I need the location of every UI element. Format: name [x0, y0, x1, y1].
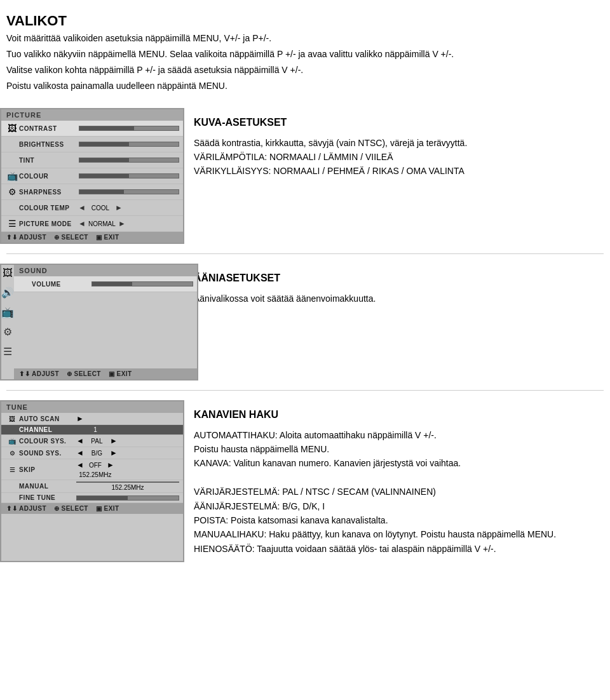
manual-bar [76, 481, 179, 483]
auto-scan-icon: 🖼 [5, 415, 19, 422]
header-line-1: Voit määrittää valikoiden asetuksia näpp… [6, 32, 597, 45]
page: VALIKOT Voit määrittää valikoiden asetuk… [0, 0, 610, 575]
menu-sidebar-icon[interactable]: ☰ [3, 346, 12, 358]
contrast-bar [79, 126, 179, 131]
colour-temp-left-arrow[interactable]: ◄ [76, 203, 88, 212]
channel-row[interactable]: CHANNEL 1 [1, 425, 183, 435]
picture-mode-value: NORMAL [88, 220, 116, 227]
manual-controls: 152.25MHz [76, 481, 179, 491]
brightness-row[interactable]: BRIGHTNESS [1, 137, 183, 152]
sound-side-icons: 🖼 🔊 📺 ⚙ ☰ [0, 264, 14, 380]
colour-sys-value: PAL [86, 438, 108, 445]
skip-right-arrow[interactable]: ► [107, 461, 114, 469]
picture-mode-right-arrow[interactable]: ► [116, 219, 128, 228]
picture-mode-left-arrow[interactable]: ◄ [76, 219, 88, 228]
sound-sys-label: SOUND SYS. [19, 450, 76, 457]
colour-sys-row[interactable]: 📺 COLOUR SYS. ◄ PAL ► [1, 435, 183, 447]
tune-row: TUNE 🖼 AUTO SCAN ► CHANNEL 1 📺 COLOUR SY… [0, 400, 610, 562]
sharpness-bar [79, 189, 179, 194]
sound-sidebar-icon[interactable]: 🔊 [1, 286, 14, 299]
contrast-row[interactable]: 🖼 CONTRAST [1, 121, 183, 137]
tune-section-text: AUTOMAATTIHAKU: Aloita automaattihaku nä… [194, 428, 600, 556]
tune-exit-label: EXIT [104, 505, 119, 512]
sound-sys-value: B/G [86, 450, 108, 457]
sound-sys-row[interactable]: ⚙ SOUND SYS. ◄ B/G ► [1, 447, 183, 459]
auto-scan-row[interactable]: 🖼 AUTO SCAN ► [1, 413, 183, 425]
sound-exit-label: EXIT [116, 370, 132, 377]
picture-exit: ▣ EXIT [96, 234, 119, 241]
brightness-bar [79, 142, 179, 147]
colour-row[interactable]: 📺 COLOUR [1, 168, 183, 184]
brightness-icon [5, 138, 19, 150]
sound-row: 🖼 🔊 📺 ⚙ ☰ SOUND VOLUME [0, 264, 610, 380]
tune-exit-icon: ▣ [96, 505, 102, 512]
volume-label: VOLUME [32, 281, 89, 288]
colour-sys-controls: ◄ PAL ► [76, 436, 118, 445]
header-line-3: Valitse valikon kohta näppäimillä P +/- … [6, 64, 597, 77]
tune-menu: TUNE 🖼 AUTO SCAN ► CHANNEL 1 📺 COLOUR SY… [0, 400, 184, 562]
skip-freq: 152.25MHz [79, 471, 111, 478]
tint-row[interactable]: TINT [1, 152, 183, 168]
colour-temp-arrows: ◄ COOL ► [76, 203, 125, 212]
sound-select: ⊕ SELECT [67, 370, 101, 377]
skip-value-off: OFF [86, 462, 105, 469]
fine-tune-row[interactable]: FINE TUNE [1, 493, 183, 503]
picture-menu-title: PICTURE [1, 109, 183, 121]
sound-sys-right-arrow[interactable]: ► [110, 448, 118, 457]
channel-label: CHANNEL [19, 426, 76, 433]
tune-select-icon: ⊕ [54, 505, 60, 512]
picture-mode-arrows: ◄ NORMAL ► [76, 219, 128, 228]
sound-exit: ▣ EXIT [109, 370, 132, 377]
sound-adjust: ⬆⬇ ADJUST [19, 370, 59, 377]
auto-scan-arrow: ► [76, 414, 84, 423]
skip-left-arrow[interactable]: ◄ [76, 461, 84, 469]
sound-sys-controls: ◄ B/G ► [76, 448, 118, 457]
adjust-icon: ⬆⬇ [6, 234, 17, 241]
tune-select-label: SELECT [62, 505, 88, 512]
colour-temp-right-arrow[interactable]: ► [113, 203, 125, 212]
sound-sys-left-arrow[interactable]: ◄ [76, 448, 84, 457]
volume-icon [18, 278, 32, 290]
picture-select: ⊕ SELECT [54, 234, 88, 241]
tint-bar [79, 158, 179, 163]
tune-adjust-icon: ⬆⬇ [6, 505, 17, 512]
divider-2 [6, 390, 604, 391]
colour-sys-left-arrow[interactable]: ◄ [76, 436, 84, 445]
skip-controls: ◄ OFF ► 152.25MHz [76, 461, 114, 478]
colour-temp-value: COOL [88, 205, 113, 212]
settings-sidebar-icon[interactable]: ⚙ [3, 326, 12, 338]
colour-sys-right-arrow[interactable]: ► [110, 436, 118, 445]
divider-1 [6, 253, 604, 254]
picture-icon: 🖼 [5, 123, 19, 134]
picture-menu: PICTURE 🖼 CONTRAST BRIGHTNESS TI [0, 108, 184, 244]
sound-menu-title: SOUND [14, 265, 197, 276]
colour-temp-row[interactable]: COLOUR TEMP ◄ COOL ► [1, 200, 183, 216]
brightness-label: BRIGHTNESS [19, 141, 76, 148]
manual-row[interactable]: MANUAL 152.25MHz [1, 480, 183, 493]
sharpness-label: SHARPNESS [19, 189, 76, 196]
volume-bar [92, 281, 193, 286]
volume-row[interactable]: VOLUME [14, 276, 197, 292]
manual-value: 152.25MHz [76, 484, 179, 491]
sharpness-icon: ⚙ [5, 186, 19, 198]
colour-icon: 📺 [5, 170, 19, 182]
sharpness-row[interactable]: ⚙ SHARPNESS [1, 184, 183, 200]
tune-menu-footer: ⬆⬇ ADJUST ⊕ SELECT ▣ EXIT [1, 503, 183, 514]
select-label: SELECT [62, 234, 88, 241]
tune-text-panel: KANAVIEN HAKU AUTOMAATTIHAKU: Aloita aut… [184, 400, 610, 562]
picture-sidebar-icon[interactable]: 🖼 [3, 267, 13, 279]
tune-adjust: ⬆⬇ ADJUST [6, 505, 46, 512]
sound-menu: SOUND VOLUME ⬆⬇ ADJUST [14, 264, 198, 380]
picture-mode-icon: ☰ [5, 218, 19, 229]
skip-row[interactable]: ☰ SKIP ◄ OFF ► 152.25MHz [1, 459, 183, 480]
skip-label: SKIP [19, 466, 76, 473]
sound-adjust-label: ADJUST [32, 370, 59, 377]
header-line-2: Tuo valikko näkyviin näppäimellä MENU. S… [6, 48, 597, 61]
picture-mode-row[interactable]: ☰ PICTURE MODE ◄ NORMAL ► [1, 216, 183, 232]
header-section: VALIKOT Voit määrittää valikoiden asetuk… [0, 6, 610, 102]
tune-select: ⊕ SELECT [54, 505, 88, 512]
tint-icon [5, 154, 19, 166]
tv-sidebar-icon[interactable]: 📺 [1, 306, 14, 318]
picture-mode-label: PICTURE MODE [19, 220, 76, 227]
sound-menu-footer: ⬆⬇ ADJUST ⊕ SELECT ▣ EXIT [14, 368, 197, 379]
